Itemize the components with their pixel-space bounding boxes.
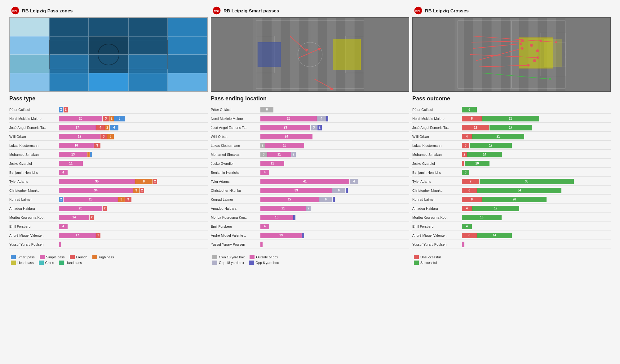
bar-segment: 8: [462, 197, 482, 202]
bar-row: Lukas Klostermann163: [9, 142, 208, 150]
field-crosses: [412, 17, 611, 92]
bars-area: 826: [462, 197, 611, 202]
legend-item: Opp 6 yard box: [249, 261, 279, 265]
legend-color: [212, 255, 217, 259]
bar-segment: 2: [96, 233, 100, 238]
svg-text:RBL: RBL: [214, 10, 220, 13]
bars-area: 3: [462, 170, 611, 175]
bar-segment: [346, 188, 348, 193]
bar-segment: [462, 242, 464, 247]
legend-label: Own 18 yard box: [219, 255, 245, 259]
bar-row: Lukas Klostermann317: [412, 142, 611, 150]
bar-segment: 4: [260, 224, 269, 229]
legend-item: Own 18 yard box: [212, 255, 245, 259]
bar-segment: [326, 116, 328, 121]
column-crosses: RBL RB Leipzig Crosses Pass outcomeP: [412, 6, 611, 267]
bar-row: Josko Gvardiol11: [211, 160, 409, 168]
bar-row: Péter Gulácsi6: [412, 106, 611, 114]
legend-smart-passes: Own 18 yard boxOutside of boxOpp 18 yard…: [211, 252, 409, 267]
bar-row: Emil Forsberg4: [9, 222, 208, 230]
bars-area: 218: [260, 143, 409, 148]
bar-segment: 11: [59, 161, 83, 166]
bar-segment: 41: [260, 179, 349, 184]
legend-label: Simple pass: [46, 255, 65, 259]
bar-row: Konrad Laimer22533: [9, 195, 208, 204]
player-name: Amadou Haidara: [412, 207, 462, 210]
section-header-crosses: Pass outcome: [412, 95, 611, 103]
legend-crosses: UnsuccessfulSuccessful: [412, 252, 611, 267]
bar-row: José Ángel Esmoris Ta..2332: [211, 124, 409, 132]
bar-row: Willi Orban24: [211, 133, 409, 141]
bars-area: 20325: [59, 116, 208, 121]
bar-row: Benjamin Henrichs4: [9, 169, 208, 177]
player-name: Lukas Klostermann: [211, 144, 260, 147]
bar-row: André Miguel Valente ..19: [211, 231, 409, 239]
player-name: Benjamin Henrichs: [211, 171, 260, 174]
bar-segment: 23: [260, 125, 310, 130]
bar-segment: 21: [260, 206, 306, 211]
player-name: Péter Gulácsi: [9, 108, 59, 112]
legend-label: Opp 18 yard box: [219, 261, 244, 265]
bar-segment: 4: [350, 179, 358, 184]
bar-segment: 10: [465, 161, 489, 166]
player-name: Willi Orban: [211, 135, 260, 138]
bar-segment: 6: [319, 197, 332, 202]
bar-row: José Ángel Esmoris Ta..1117: [412, 124, 611, 132]
bars-area: 421: [462, 134, 611, 139]
bar-segment: 3: [125, 197, 131, 202]
svg-rect-7: [281, 18, 290, 91]
bars-area: 3432: [59, 188, 208, 193]
bars-area: 4: [260, 224, 409, 229]
bar-segment: 3: [462, 170, 469, 175]
bar-segment: 26: [260, 116, 317, 121]
bars-area: 264: [260, 116, 409, 121]
bar-segment: 3: [103, 116, 109, 121]
bar-row: Tyler Adams414: [211, 178, 409, 186]
bar-segment: 16: [462, 215, 502, 220]
legend-label: Opp 6 yard box: [255, 261, 279, 265]
bar-row: Nordi Mukiele Mulere823: [412, 115, 611, 123]
player-name: José Ángel Esmoris Ta..: [412, 126, 462, 129]
bar-segment: 3: [133, 188, 140, 193]
player-name: Emil Forsberg: [9, 225, 59, 228]
bar-segment: 6: [462, 188, 477, 193]
title-text: RB Leipzig Pass zones: [22, 8, 73, 13]
bars-area: 142: [59, 215, 208, 220]
player-name: Konrad Laimer: [412, 198, 462, 201]
bars-area: 614: [462, 233, 611, 238]
bar-segment: 2: [317, 125, 322, 130]
bar-segment: 35: [59, 179, 135, 184]
svg-point-28: [330, 88, 333, 90]
legend-color: [212, 261, 217, 265]
bar-segment: 4: [462, 134, 472, 139]
svg-point-65: [521, 39, 524, 42]
title-text: RB Leipzig Crosses: [425, 8, 469, 13]
legend-item: Hand pass: [59, 261, 82, 265]
bar-segment: 2: [59, 107, 63, 112]
player-name: Amadou Haidara: [211, 207, 260, 210]
bar-segment: 38: [480, 179, 574, 184]
bar-segment: 24: [260, 134, 312, 139]
bar-row: Mohamed Simakan3112: [211, 151, 409, 159]
bar-segment: 3: [462, 143, 469, 148]
bar-row: André Miguel Valente ..614: [412, 231, 611, 239]
player-name: Nordi Mukiele Mulere: [412, 117, 462, 121]
column-pass-zones: RBL RB Leipzig Pass zonesPass typePéter …: [9, 6, 208, 267]
svg-point-66: [530, 44, 533, 47]
legend-color: [11, 261, 16, 265]
bar-segment: 3: [260, 152, 267, 157]
player-name: Josko Gvardiol: [412, 162, 462, 165]
bar-segment: 8: [462, 116, 482, 121]
bar-segment: [293, 215, 295, 220]
bars-area: 419: [462, 206, 611, 211]
bar-segment: 6: [462, 107, 477, 112]
player-name: Josko Gvardiol: [211, 162, 260, 165]
player-name: Emil Forsberg: [211, 225, 260, 228]
bar-row: Nordi Mukiele Mulere20325: [9, 115, 208, 123]
bars-area: 317: [462, 143, 611, 148]
legend-color: [249, 261, 254, 265]
svg-rect-38: [501, 18, 510, 91]
bar-segment: 2: [64, 107, 68, 112]
player-name: Nordi Mukiele Mulere: [211, 117, 260, 121]
bar-segment: 4: [462, 206, 472, 211]
